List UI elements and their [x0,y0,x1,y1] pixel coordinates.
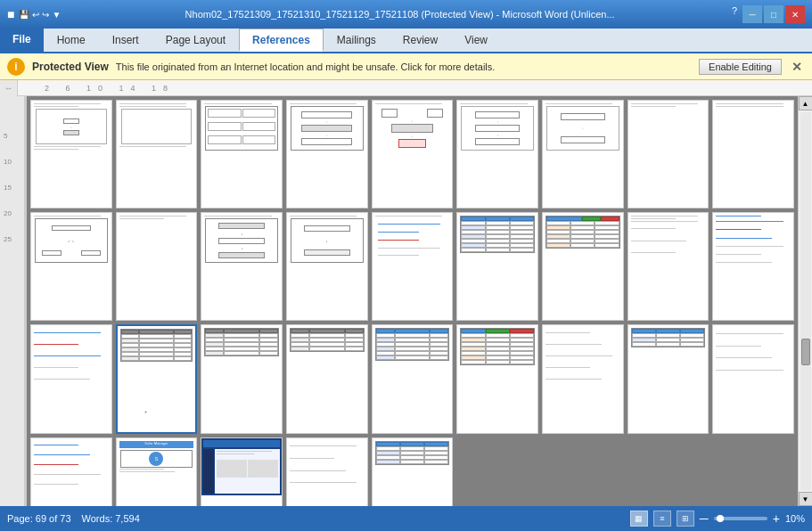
scroll-track[interactable] [800,112,811,490]
ribbon-tabs: File Home Insert Page Layout References … [0,29,812,53]
zoom-out-button[interactable]: ─ [700,511,709,526]
tab-view[interactable]: View [451,29,501,52]
web-layout-view-button[interactable]: ⊞ [677,511,694,527]
tab-references[interactable]: References [239,29,324,52]
table-row [286,324,368,433]
undo-icon[interactable]: ↩ [32,10,39,20]
tab-page-layout[interactable]: Page Layout [152,29,239,52]
table-row [712,324,794,433]
scroll-down-button[interactable]: ▼ [799,492,813,506]
table-row: ↓ [286,212,368,321]
table-row [201,100,283,208]
tab-home[interactable]: Home [44,29,99,52]
minimize-button[interactable]: ─ [742,5,762,23]
zoom-level: 10% [785,513,805,524]
table-row [456,212,538,321]
zoom-slider[interactable] [714,517,767,520]
scroll-thumb[interactable] [801,339,810,365]
table-row [542,212,624,321]
full-screen-view-button[interactable]: ≡ [653,511,671,527]
protected-view-icon: i [7,58,25,76]
tab-mailings[interactable]: Mailings [324,29,390,52]
tab-insert[interactable]: Insert [99,29,152,52]
table-row [372,324,454,433]
customize-icon[interactable]: ▼ [52,10,61,20]
table-row [627,212,709,321]
table-row: Solar Manager S [116,437,198,506]
tab-file[interactable]: File [0,27,44,52]
left-ruler-numbers: 510152025 [4,132,12,243]
protected-view-label: Protected View [32,61,109,73]
window-title: Nhom02_17521309_17521310_17521129_175211… [68,9,732,20]
ruler-marks: 2 6 10 14 18 [27,84,175,93]
help-icon[interactable]: ? [732,5,737,23]
maximize-button[interactable]: □ [764,5,783,23]
status-controls: ▦ ≡ ⊞ ─ + 10% [630,511,805,527]
table-row [712,100,794,208]
thumbnail-grid: ↓ [27,96,798,506]
table-row [372,437,454,506]
table-row: ↙ ↘ [30,212,112,321]
table-row [627,324,709,433]
word-count: Words: 7,594 [82,513,140,524]
redo-icon[interactable]: ↪ [42,10,49,20]
quick-access-toolbar: ■ 💾 ↩ ↪ ▼ [7,7,61,21]
close-button[interactable]: ✕ [785,5,805,23]
table-row [201,437,283,506]
table-row [627,100,709,208]
table-row: ↓ [542,100,624,208]
protected-view-message: This file originated from an Internet lo… [116,61,692,72]
zoom-in-button[interactable]: + [773,511,780,526]
table-row: ↓ [30,100,112,208]
table-row [372,212,454,321]
save-icon[interactable]: 💾 [19,10,29,20]
table-row [116,212,198,321]
tab-review[interactable]: Review [390,29,451,52]
enable-editing-button[interactable]: Enable Editing [699,59,782,75]
print-layout-view-button[interactable]: ▦ [630,511,648,527]
table-row: ↓ ↓ [456,100,538,208]
scrollbar-vertical[interactable]: ▲ ▼ [798,96,812,506]
table-row: + [116,324,198,433]
page-content: ↓ [27,96,798,506]
table-row [456,324,538,433]
scroll-up-button[interactable]: ▲ [799,96,813,110]
table-row [30,437,112,506]
table-row [712,212,794,321]
page-indicator: Page: 69 of 73 [7,513,71,524]
table-row: ↓ ↓ [201,212,283,321]
ruler: ↔ 2 6 10 14 18 [0,80,812,96]
status-info: Page: 69 of 73 Words: 7,594 [7,513,619,524]
ruler-corner: ↔ [0,80,18,96]
table-row: ↓ ↓ [286,100,368,208]
table-row [542,324,624,433]
title-bar: ■ 💾 ↩ ↪ ▼ Nhom02_17521309_17521310_17521… [0,0,812,29]
window-controls: ? ─ □ ✕ [732,5,805,23]
protected-view-close[interactable]: ✕ [789,59,805,75]
table-row [116,100,198,208]
left-margin: 510152025 [0,96,27,506]
status-bar: Page: 69 of 73 Words: 7,594 ▦ ≡ ⊞ ─ + 10… [0,506,812,531]
main-area: 510152025 ↓ [0,96,812,506]
table-row [286,437,368,506]
table-row [201,324,283,433]
protected-view-bar: i Protected View This file originated fr… [0,53,812,80]
table-row [30,324,112,433]
table-row: ↓ ↓ [372,100,454,208]
